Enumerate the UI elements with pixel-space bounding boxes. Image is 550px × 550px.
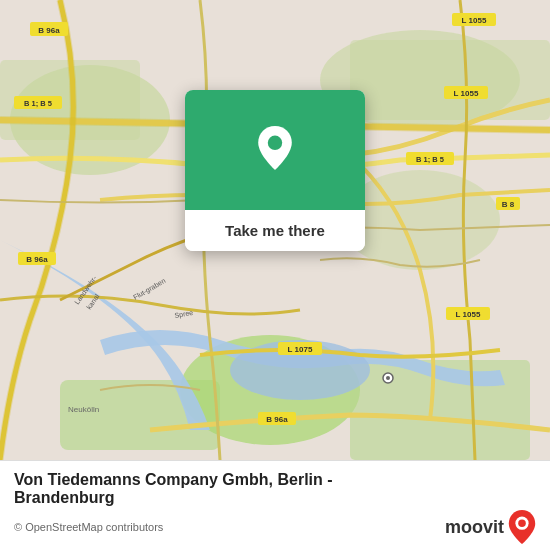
svg-text:B 96a: B 96a (266, 415, 288, 424)
card-green-section (185, 90, 365, 210)
svg-text:B 96a: B 96a (26, 255, 48, 264)
company-name-line2: Brandenburg (14, 489, 114, 506)
svg-text:L 1055: L 1055 (462, 16, 487, 25)
navigation-card: Take me there (185, 90, 365, 251)
svg-point-41 (518, 519, 526, 527)
svg-point-11 (386, 376, 390, 380)
company-name-line1: Von Tiedemanns Company Gmbh, Berlin - (14, 471, 333, 488)
take-me-there-button[interactable]: Take me there (185, 210, 365, 251)
svg-text:B 1; B 5: B 1; B 5 (416, 155, 444, 164)
svg-text:B 96a: B 96a (38, 26, 60, 35)
bottom-bar: Von Tiedemanns Company Gmbh, Berlin - Br… (0, 460, 550, 550)
company-name: Von Tiedemanns Company Gmbh, Berlin - Br… (14, 471, 536, 507)
moovit-pin-icon (508, 510, 536, 544)
location-pin-icon (251, 126, 299, 174)
svg-text:B 1; B 5: B 1; B 5 (24, 99, 52, 108)
svg-text:L 1055: L 1055 (454, 89, 479, 98)
svg-text:B 8: B 8 (502, 200, 515, 209)
attribution-text: © OpenStreetMap contributors (14, 521, 163, 533)
svg-text:Neukölln: Neukölln (68, 405, 99, 414)
svg-text:L 1055: L 1055 (456, 310, 481, 319)
moovit-text: moovit (445, 517, 504, 538)
svg-text:L 1075: L 1075 (288, 345, 313, 354)
svg-point-39 (268, 136, 282, 150)
moovit-logo: moovit (445, 510, 536, 544)
map-container: B 96a B 1; B 5 B L 1055 L 1055 B 1; B 5 … (0, 0, 550, 460)
